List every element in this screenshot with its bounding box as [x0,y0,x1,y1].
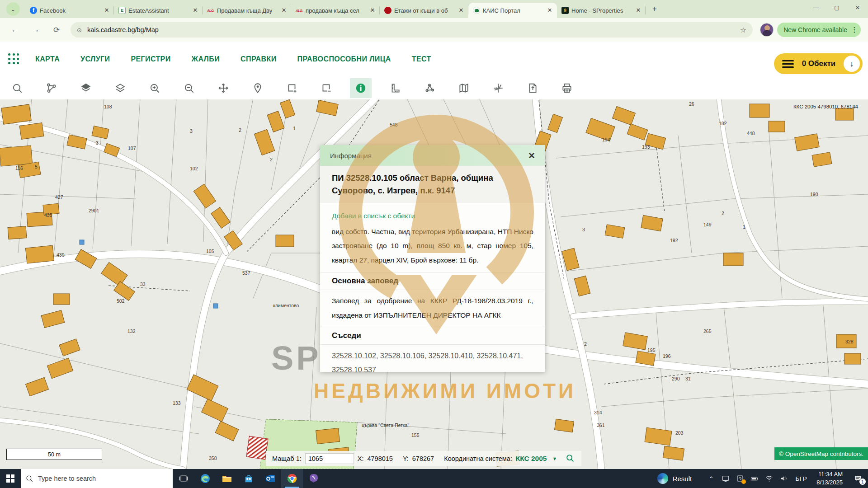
chrome-update-button[interactable]: New Chrome available ⋮ [777,23,861,37]
tab-close-icon[interactable]: ✕ [280,7,288,14]
osm-attribution[interactable]: © OpenStreetMap contributors. [774,447,868,460]
measure-tool-icon[interactable] [384,78,406,98]
result-app-icon[interactable] [657,473,668,484]
menu-item-жалби[interactable]: ЖАЛБИ [192,55,220,63]
result-app-label[interactable]: Result [673,475,692,483]
notification-center-button[interactable]: 1 [848,469,868,488]
url-text[interactable]: kais.cadastre.bg/bg/Map [87,26,740,33]
profile-avatar[interactable] [760,23,774,37]
print-tool-icon[interactable] [556,78,578,98]
file-explorer-app-button[interactable] [216,469,238,488]
svg-text:195: 195 [647,347,656,353]
browser-tab-alo[interactable]: ALO.Продавам къща Дву✕ [203,3,291,18]
tab-close-icon[interactable]: ✕ [635,7,642,14]
url-bar[interactable]: ⊙ kais.cadastre.bg/bg/Map ☆ [71,22,753,38]
maximize-button[interactable]: ▢ [826,0,847,15]
x-label: X: [358,455,364,462]
volume-icon[interactable] [777,469,790,488]
language-indicator[interactable]: БГР [791,475,811,482]
browser-tab-estate[interactable]: EEstateAssistant✕ [114,3,203,18]
export-tool-icon[interactable] [522,78,543,98]
browser-tab-facebook[interactable]: fFacebook✕ [25,3,114,18]
minimize-button[interactable]: — [806,0,826,15]
cast-display-icon[interactable] [719,469,732,488]
viber-icon [308,473,319,484]
svg-text:193: 193 [642,144,650,150]
viber-app-button[interactable] [303,469,325,488]
edge-app-button[interactable] [194,469,216,488]
crs-value[interactable]: ККС 2005 [516,455,547,463]
coordinate-search-button[interactable] [565,453,575,465]
hamburger-icon [782,60,794,68]
browser-tab-kais[interactable]: КАИС Портал✕ [468,3,557,18]
svg-text:климентово: климентово [273,303,299,308]
tab-close-icon[interactable]: ✕ [458,7,465,14]
download-circle-icon[interactable]: ↓ [844,56,860,72]
close-window-button[interactable]: ✕ [847,0,868,15]
info-popup: Информация ✕ ПИ 32528.10.105 област Варн… [320,145,545,372]
back-button[interactable]: ← [7,22,23,38]
rotate-lock-icon[interactable] [733,469,747,488]
svg-text:102: 102 [190,166,198,171]
taskbar-clock[interactable]: 11:34 AM 8/13/2025 [816,470,843,487]
search-icon [25,474,33,483]
tab-close-icon[interactable]: ✕ [369,7,376,14]
svg-text:290: 290 [672,376,680,381]
schema-tool-icon[interactable] [41,78,62,98]
tab-search-button[interactable]: ⌄ [6,2,20,16]
select-minus-tool-icon[interactable] [316,78,337,98]
bookmark-star-icon[interactable]: ☆ [740,26,746,34]
taskbar-search-box[interactable]: Type here to search [21,469,173,488]
forward-button[interactable]: → [28,22,43,38]
notification-count-badge: 1 [859,478,866,485]
zoom-out-tool-icon[interactable] [178,78,200,98]
tab-close-icon[interactable]: ✕ [192,7,199,14]
menu-item-услуги[interactable]: УСЛУГИ [80,55,110,63]
start-button[interactable] [0,469,21,488]
new-tab-button[interactable]: + [648,3,661,15]
menu-item-регистри[interactable]: РЕГИСТРИ [131,55,170,63]
crs-dropdown-icon[interactable]: ▼ [552,456,557,461]
pan-tool-icon[interactable] [212,78,234,98]
location-tool-icon[interactable] [247,78,269,98]
select-plus-tool-icon[interactable] [281,78,303,98]
tab-title: Facebook [40,7,100,14]
map-scale-bar: 50 m [6,449,102,460]
scale-label: Мащаб 1: [272,455,302,462]
map-tool-icon[interactable] [453,78,475,98]
search-tool-icon[interactable] [6,78,28,98]
browser-menu-icon[interactable]: ⋮ [851,26,858,34]
axes-tool-icon[interactable] [487,78,509,98]
browser-tab-alo[interactable]: ALO.продавам къща сел✕ [291,3,380,18]
polygon-tool-icon[interactable] [419,78,440,98]
menu-item-карта[interactable]: КАРТА [35,55,60,63]
popup-close-icon[interactable]: ✕ [528,150,535,161]
tab-close-icon[interactable]: ✕ [546,7,553,14]
map-area[interactable]: 1081073321210251164274354392901335021325… [0,99,868,469]
battery-icon[interactable] [748,469,761,488]
task-view-button[interactable] [173,469,194,488]
apps-grid-icon[interactable] [8,53,20,65]
scale-input[interactable] [305,453,354,464]
objects-button[interactable]: 0 Обекти ↓ [774,53,863,74]
store-app-button[interactable] [238,469,259,488]
menu-item-тест[interactable]: ТЕСТ [412,55,431,63]
zoom-in-tool-icon[interactable] [144,78,165,98]
browser-tab-sprop[interactable]: 9Home - SProperties✕ [557,3,646,18]
tray-expand-icon[interactable]: ⌃ [704,469,718,488]
tab-close-icon[interactable]: ✕ [103,7,110,14]
estate-favicon-icon: E [118,7,126,14]
menu-item-правоспособни-лица[interactable]: ПРАВОСПОСОБНИ ЛИЦА [297,55,391,63]
layers-fill-tool-icon[interactable] [75,78,97,98]
tab-title: Етажи от къщи в об [394,7,455,14]
menu-item-справки[interactable]: СПРАВКИ [241,55,277,63]
reload-button[interactable]: ⟳ [49,22,64,38]
info-tool-icon[interactable] [350,78,372,98]
browser-tab-imot[interactable]: Етажи от къщи в об✕ [380,3,468,18]
add-to-objects-link[interactable]: Добави в списък с обекти [332,212,415,220]
chrome-app-button[interactable] [281,469,303,488]
wifi-icon[interactable] [762,469,776,488]
layers-tool-icon[interactable] [109,78,131,98]
outlook-app-button[interactable] [259,469,281,488]
site-info-icon[interactable]: ⊙ [77,27,82,33]
